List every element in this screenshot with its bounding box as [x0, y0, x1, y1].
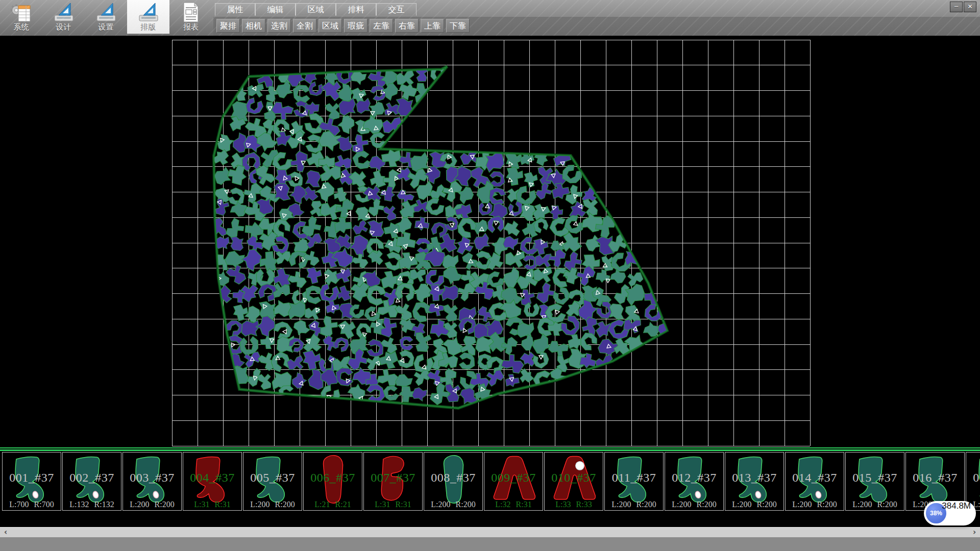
tool-button-cluster[interactable]: 聚排 — [216, 19, 240, 33]
piece-count-meta: L:32R:31 — [484, 500, 543, 509]
left-count: L:700 — [9, 500, 29, 509]
main-button-settings[interactable]: 设置 — [85, 0, 127, 34]
menu-tab-edit[interactable]: 编辑 — [255, 3, 296, 16]
main-button-design[interactable]: 设计 — [42, 0, 85, 34]
piece-count-meta: L:200R:200 — [846, 500, 904, 509]
left-count: L:21 — [314, 500, 330, 509]
left-count: L:31 — [375, 500, 390, 509]
piece-name-label: 011_#37 — [605, 471, 663, 485]
memory-badge: 38% 384.8M — [924, 501, 976, 525]
left-count: L:200 — [852, 500, 872, 509]
piece-name-label: 001_#37 — [3, 471, 61, 485]
left-count: L:200 — [431, 500, 450, 509]
piece-thumbnail-013_#37[interactable]: 013_#37L:200R:200 — [725, 452, 784, 511]
tool-button-defect[interactable]: 瑕疵 — [344, 19, 368, 33]
piece-thumbnail-005_#37[interactable]: 005_#37L:200R:200 — [243, 452, 302, 511]
right-count: R:200 — [697, 500, 717, 509]
main-button-report[interactable]: 报表 — [169, 0, 212, 34]
piece-thumbnail-006_#37[interactable]: 006_#37L:21R:21 — [303, 452, 362, 511]
memory-usage-label: 384.8M — [942, 501, 971, 525]
main-button-label: 设计 — [42, 22, 85, 32]
main-button-layout[interactable]: 排版 — [127, 0, 169, 34]
right-count: R:200 — [817, 500, 837, 509]
piece-name-label: 002_#37 — [63, 471, 121, 485]
main-button-label: 排版 — [127, 22, 169, 32]
tool-button-camera[interactable]: 相机 — [242, 19, 265, 33]
piece-count-meta: L:132R:132 — [63, 500, 121, 509]
piece-count-meta: L:31R:31 — [364, 500, 422, 509]
main-button-label: 报表 — [169, 22, 212, 32]
left-count: L:31 — [194, 500, 209, 509]
piece-thumbnail-004_#37[interactable]: 004_#37L:31R:31 — [183, 452, 242, 511]
close-button[interactable]: ✕ — [964, 2, 976, 12]
piece-count-meta: L:33R:33 — [545, 500, 603, 509]
minimize-button[interactable]: ─ — [950, 2, 963, 12]
left-count: L:132 — [69, 500, 89, 509]
main-button-system[interactable]: 系统 — [0, 0, 42, 34]
piece-count-meta: L:21R:21 — [304, 500, 362, 509]
horizontal-scrollbar[interactable]: ‹ › — [0, 527, 980, 537]
piece-thumbnail-009_#37[interactable]: 009_#37L:32R:31 — [484, 452, 543, 511]
left-count: L:33 — [555, 500, 571, 509]
tool-button-align-bottom[interactable]: 下靠 — [446, 19, 470, 33]
piece-name-label: 007_#37 — [364, 471, 422, 485]
piece-thumbnail-002_#37[interactable]: 002_#37L:132R:132 — [62, 452, 121, 511]
left-count: L:200 — [732, 500, 751, 509]
tool-button-cut-all[interactable]: 全割 — [293, 19, 316, 33]
piece-count-meta: L:200R:200 — [243, 500, 302, 509]
piece-name-label: 006_#37 — [304, 471, 362, 485]
piece-count-meta: L:200R:200 — [725, 500, 783, 509]
piece-thumbnail-012_#37[interactable]: 012_#37L:200R:200 — [665, 452, 724, 511]
strip-separator-line — [0, 447, 980, 448]
right-count: R:200 — [275, 500, 295, 509]
piece-thumbnail-011_#37[interactable]: 011_#37L:200R:200 — [604, 452, 664, 511]
left-count: L:200 — [250, 500, 270, 509]
tool-button-zone[interactable]: 区域 — [318, 19, 342, 33]
piece-thumbnail-001_#37[interactable]: 001_#37L:700R:700 — [2, 452, 61, 511]
piece-name-label: 005_#37 — [243, 471, 302, 485]
piece-name-label: 013_#37 — [725, 471, 783, 485]
piece-thumbnail-014_#37[interactable]: 014_#37L:200R:200 — [785, 452, 844, 511]
right-count: R:200 — [757, 500, 777, 509]
left-count: L:200 — [130, 500, 149, 509]
piece-name-label: 015_#37 — [846, 471, 904, 485]
left-count: L:200 — [792, 500, 812, 509]
piece-count-meta: L:200R:200 — [424, 500, 482, 509]
piece-count-meta: L:200R:200 — [123, 500, 181, 509]
piece-thumbnail-007_#37[interactable]: 007_#37L:31R:31 — [363, 452, 423, 511]
tool-button-select-cut[interactable]: 选割 — [267, 19, 291, 33]
scroll-right-button[interactable]: › — [969, 528, 980, 537]
piece-name-label: 014_#37 — [786, 471, 844, 485]
piece-thumbnail-015_#37[interactable]: 015_#37L:200R:200 — [845, 452, 904, 511]
piece-thumbnail-003_#37[interactable]: 003_#37L:200R:200 — [122, 452, 182, 511]
piece-thumbnail-008_#37[interactable]: 008_#37L:200R:200 — [424, 452, 483, 511]
window-bottom-bar — [0, 537, 980, 551]
scroll-left-button[interactable]: ‹ — [0, 528, 11, 537]
report-page-icon — [179, 1, 203, 23]
right-count: R:200 — [636, 500, 656, 509]
main-button-label: 系统 — [0, 22, 42, 32]
piece-name-label: 008_#37 — [424, 471, 482, 485]
tool-button-align-right[interactable]: 右靠 — [395, 19, 419, 33]
piece-count-meta: L:200R:200 — [605, 500, 663, 509]
menu-tab-nesting[interactable]: 排料 — [336, 3, 376, 16]
toolbar: 系统 设计 设置 排版 报表 属性编辑区域排料交互 聚排相机选割全割区域瑕疵左靠… — [0, 0, 980, 36]
menu-tab-interact[interactable]: 交互 — [376, 3, 416, 16]
piece-name-label: 012_#37 — [665, 471, 723, 485]
set-square-icon — [137, 1, 160, 23]
piece-thumbnail-010_#37[interactable]: 010_#37L:33R:33 — [544, 452, 603, 511]
tool-button-align-top[interactable]: 上靠 — [421, 19, 444, 33]
piece-thumbnail-strip: 001_#37L:700R:700002_#37L:132R:132003_#3… — [0, 452, 980, 512]
piece-name-label: 010_#37 — [545, 471, 603, 485]
right-count: R:31 — [396, 500, 411, 509]
menu-tab-properties[interactable]: 属性 — [215, 3, 255, 16]
application-window: 系统 设计 设置 排版 报表 属性编辑区域排料交互 聚排相机选割全割区域瑕疵左靠… — [0, 0, 980, 551]
left-count: L:200 — [672, 500, 691, 509]
set-square-icon — [52, 1, 76, 23]
right-count: R:700 — [34, 500, 54, 509]
menu-tab-region[interactable]: 区域 — [296, 3, 336, 16]
piece-count-meta: L:31R:31 — [183, 500, 241, 509]
tool-button-align-left[interactable]: 左靠 — [370, 19, 393, 33]
piece-count-meta: L:700R:700 — [3, 500, 61, 509]
set-square-icon — [94, 1, 118, 23]
